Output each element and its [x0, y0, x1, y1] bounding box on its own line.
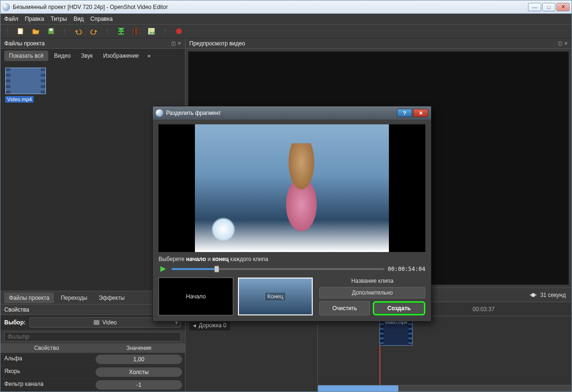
toolbar-grip-4: ⋮	[162, 28, 167, 35]
zoom-slider-icon[interactable]	[530, 292, 537, 298]
panel-close-icon[interactable]: ✕	[177, 41, 181, 46]
filter-video-tab[interactable]: Видео	[49, 51, 75, 61]
timeline-hscrollbar[interactable]	[318, 385, 572, 392]
prop-anchor-value[interactable]: Холсты	[96, 367, 182, 377]
dialog-titlebar[interactable]: Разделить фрагмент ? ✕	[153, 106, 431, 120]
toolbar-grip-2: ⋮	[62, 28, 67, 35]
menubar: Файл Правка Титры Вид Справка	[0, 14, 572, 24]
image-icon[interactable]	[147, 27, 156, 35]
minimize-button[interactable]: —	[528, 3, 541, 11]
filter-more-tab[interactable]: »	[145, 51, 154, 61]
record-icon[interactable]	[175, 27, 183, 35]
select-label: Выбор:	[4, 319, 26, 326]
preview-close-icon[interactable]: ✕	[564, 41, 568, 46]
properties-table: Свойство Значение Альфа 1,00 Якорь Холст…	[0, 343, 185, 392]
col-value: Значение	[93, 343, 185, 353]
panel-undock-icon[interactable]: ◫	[171, 41, 176, 46]
create-button[interactable]: Создать	[373, 301, 425, 315]
preview-panel-title: Предпросмотр видео ◫✕	[185, 38, 572, 49]
timeline-clip[interactable]: Video.mp4	[379, 320, 413, 346]
open-project-icon[interactable]	[32, 27, 40, 35]
dialog-title: Разделить фрагмент	[166, 110, 221, 116]
save-project-icon[interactable]	[47, 27, 55, 35]
prop-chfilter-value[interactable]: -1	[96, 380, 182, 390]
menu-view[interactable]: Вид	[73, 16, 84, 22]
extra-button[interactable]: Дополнительно	[319, 287, 425, 298]
tab-transitions[interactable]: Переходы	[56, 293, 92, 303]
ruler-tick: 00:03:37	[473, 306, 495, 313]
property-filter-input[interactable]	[4, 332, 181, 341]
dialog-close-button[interactable]: ✕	[413, 109, 428, 117]
svg-point-11	[531, 293, 535, 297]
svg-rect-4	[134, 28, 135, 35]
thumb-end-label: Конец	[265, 293, 285, 300]
clear-button[interactable]: Очистить	[319, 301, 370, 315]
svg-rect-5	[138, 28, 139, 35]
prop-anchor-label: Якорь	[0, 366, 93, 379]
menu-titles[interactable]: Титры	[51, 16, 67, 22]
preview-label: Предпросмотр видео	[189, 40, 245, 47]
window-title: Безымянный проект [HDV 720 24p] - OpenSh…	[13, 4, 528, 10]
project-file-item[interactable]: Video.mp4	[5, 68, 46, 103]
col-property: Свойство	[0, 343, 93, 353]
split-clip-dialog: Разделить фрагмент ? ✕ Выберете начало и…	[152, 106, 431, 322]
svg-rect-9	[94, 320, 99, 325]
dialog-icon	[156, 109, 163, 117]
dialog-preview	[158, 124, 425, 252]
svg-point-7	[150, 29, 151, 31]
dialog-timecode: 00:00:54:04	[388, 266, 425, 272]
dialog-play-button[interactable]	[158, 265, 168, 273]
import-icon[interactable]	[117, 27, 125, 35]
preview-undock-icon[interactable]: ◫	[558, 41, 562, 46]
slider-knob[interactable]	[214, 266, 219, 272]
main-toolbar: ⋮ ⋮ ⋮ ⋮	[0, 24, 572, 38]
maximize-button[interactable]: □	[542, 3, 555, 11]
filmstrip-icon[interactable]	[132, 27, 141, 35]
track-name[interactable]: ◂Дорожка 0	[189, 320, 230, 331]
redo-icon[interactable]	[89, 27, 98, 35]
toolbar-grip: ⋮	[4, 28, 9, 35]
undo-icon[interactable]	[74, 27, 83, 35]
properties-label: Свойства	[4, 306, 29, 313]
outer-titlebar: Безымянный проект [HDV 720 24p] - OpenSh…	[0, 0, 572, 14]
thumb-start-label: Начало	[186, 293, 206, 300]
menu-file[interactable]: Файл	[4, 16, 18, 22]
new-project-icon[interactable]	[17, 27, 25, 35]
zoom-level-label: 31 секунд	[540, 292, 566, 298]
toolbar-grip-3: ⋮	[105, 28, 109, 35]
close-button[interactable]: ✕	[556, 3, 570, 11]
thumb-start[interactable]: Начало	[158, 278, 233, 315]
project-file-name: Video.mp4	[5, 96, 34, 103]
project-files-panel-title: Файлы проекта ◫✕	[0, 38, 185, 49]
app-icon	[2, 3, 10, 11]
dialog-help-button[interactable]: ?	[397, 109, 412, 117]
menu-help[interactable]: Справка	[90, 16, 113, 22]
filter-all-tab[interactable]: Показать всё	[4, 51, 48, 61]
tab-effects[interactable]: Эффекты	[94, 293, 130, 303]
project-files-label: Файлы проекта	[4, 40, 44, 47]
file-filter-tabs: Показать всё Видео Звук Изображение »	[0, 49, 185, 63]
clip-mini-icon	[94, 320, 99, 325]
svg-rect-2	[50, 28, 53, 31]
prop-alpha-value[interactable]: 1,00	[96, 355, 182, 364]
filter-image-tab[interactable]: Изображение	[98, 51, 144, 61]
dialog-instruction: Выберете начало и конец каждого клипа	[158, 256, 425, 262]
clip-name-label: Название клипа	[319, 278, 425, 284]
prop-alpha-label: Альфа	[0, 353, 93, 366]
dialog-seek-slider[interactable]	[172, 268, 384, 270]
timeline-tracks-area[interactable]: Video.mp4	[318, 316, 572, 385]
filter-audio-tab[interactable]: Звук	[76, 51, 97, 61]
menu-edit[interactable]: Правка	[25, 16, 44, 22]
clip-selector-value: Video	[102, 319, 116, 326]
prop-chfilter-label: Фильтр канала	[0, 379, 93, 392]
tab-project-files[interactable]: Файлы проекта	[4, 293, 54, 303]
thumb-end[interactable]: Конец	[238, 278, 313, 315]
svg-point-8	[176, 28, 182, 34]
